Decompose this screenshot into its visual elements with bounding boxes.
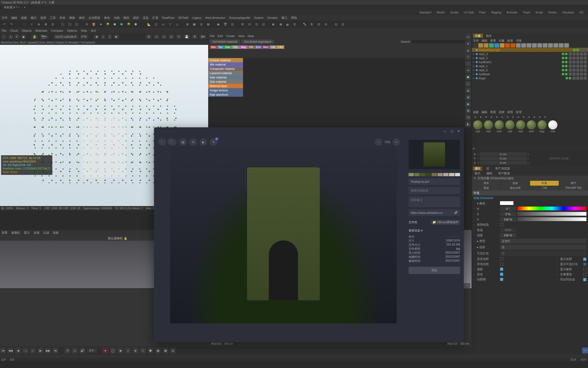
hierarchy-row[interactable]: ▸◆IvyMesh1 (472, 60, 588, 64)
timeline-end-icon[interactable]: ↗ (582, 348, 588, 353)
objmgr-icon[interactable] (543, 43, 547, 48)
objmgr-icon[interactable] (564, 43, 569, 48)
matpanel-menu-item[interactable]: 纹理 (516, 110, 522, 114)
keyframe-dot[interactable]: ○ (473, 268, 475, 271)
matpanel-icon[interactable]: ● (543, 115, 547, 119)
tab-objects[interactable]: 对象 (473, 34, 483, 38)
keyframe-dot[interactable]: ○ (473, 202, 475, 205)
layout-tab[interactable]: OC (577, 11, 587, 14)
submenu-item[interactable]: File (2, 29, 6, 32)
swatch[interactable] (414, 173, 420, 176)
keyframe-dot[interactable]: ○ (473, 228, 475, 232)
viewport-menu-item[interactable]: 查看 (2, 231, 8, 235)
menu-item[interactable]: 工具 (50, 16, 56, 20)
next-frame-icon[interactable]: ▶ (38, 348, 43, 353)
keyopt-1-icon[interactable]: ◇ (125, 348, 131, 353)
matmgr-menu-item[interactable]: Edit (218, 34, 223, 38)
keyframe-dot[interactable]: ○ (473, 263, 475, 266)
close-icon[interactable]: × (18, 6, 20, 9)
keyframe-dot[interactable]: ○ (473, 252, 475, 255)
attr-value[interactable] (500, 257, 553, 261)
mode-icon[interactable]: ✿ (465, 108, 471, 114)
toolbar-icon[interactable]: ⊡ (254, 21, 259, 27)
matpanel-menu-item[interactable]: 选择 (499, 110, 505, 114)
keyopt-2-icon[interactable]: ◈ (133, 348, 138, 353)
attr-subtab[interactable]: 镜头光晕 (501, 186, 530, 190)
minimize-icon[interactable]: — (443, 129, 447, 133)
objmgr-icon[interactable] (537, 43, 542, 48)
fullscreen-icon[interactable]: ⛶ (167, 138, 174, 145)
attr-checkbox[interactable] (583, 263, 586, 266)
matpanel-menu-item[interactable]: 查看 (490, 110, 496, 114)
tool-6-icon[interactable]: ✎0 (210, 138, 217, 146)
asset-filename[interactable]: Testing ivy.pro (409, 178, 460, 185)
toolbar-icon[interactable]: ▽ (167, 21, 173, 27)
autokey-icon[interactable]: ◯ (110, 348, 116, 353)
toolbar-icon[interactable]: ◉ (216, 21, 221, 27)
attr-tab[interactable]: 层 (485, 167, 491, 171)
attr-value[interactable]: 泛光灯 (500, 239, 586, 244)
zoom-out-icon[interactable]: − (375, 138, 382, 146)
material-ball[interactable]: tingz (537, 120, 547, 133)
keyframe-dot[interactable]: ○ (473, 240, 475, 243)
attr-value[interactable] (500, 268, 553, 271)
viewport-menu-item[interactable]: 摄像机 (11, 231, 20, 235)
viewport-menu-item[interactable]: 选项 (34, 231, 39, 235)
object-name[interactable]: repli_0 (479, 68, 561, 72)
layout-tab[interactable]: Track (520, 11, 533, 14)
matmgr-tag[interactable]: Map (240, 45, 247, 49)
keyframe-dot[interactable]: ○ (473, 212, 475, 216)
menu-item[interactable]: 跟踪 (133, 16, 139, 20)
objmgr-icon[interactable] (527, 43, 531, 48)
camera-icon[interactable]: 📷▾ (40, 34, 48, 39)
material-type-item[interactable]: Composite materia (208, 67, 243, 71)
back-icon[interactable]: ‹ (158, 138, 165, 145)
range-end2[interactable]: 72 F (580, 358, 586, 361)
expand-icon[interactable]: ▸ (473, 48, 475, 52)
matmgr-menu-item[interactable]: Create (226, 34, 235, 38)
swatch[interactable] (455, 173, 460, 176)
menu-item[interactable]: 文件 (2, 16, 8, 20)
menu-item[interactable]: Greyscalegorilla (229, 16, 250, 19)
material-type-item[interactable]: Octane material (208, 58, 243, 62)
keyopt-6-icon[interactable]: ▩ (163, 348, 168, 353)
asset-url[interactable]: https://www.artstation.co🔗 (409, 209, 460, 216)
swatch[interactable] (438, 173, 443, 176)
material-ball[interactable]: IvyM (527, 120, 536, 133)
matpanel-icon[interactable]: ● (494, 115, 499, 119)
toolbar-icon[interactable]: 🔧 (302, 21, 307, 27)
toolbar-icon[interactable]: ⬛ (60, 21, 65, 27)
matpanel-icon[interactable]: ● (489, 115, 494, 119)
asset-tags-input[interactable]: 搜索添加标签 (409, 187, 460, 194)
material-ball[interactable]: repli (516, 120, 525, 133)
attr-value[interactable]: 无 (500, 245, 586, 250)
objmgr-icon[interactable] (489, 43, 494, 48)
material-ball[interactable]: IvyM (494, 120, 504, 133)
object-name[interactable]: IvyMesh (479, 73, 561, 76)
layout-tab[interactable]: Nodes (546, 11, 560, 14)
menu-item[interactable]: 动画 (114, 16, 120, 20)
mode-icon[interactable]: ◈ (465, 88, 471, 93)
objmgr-icon[interactable] (484, 43, 488, 48)
submenu-item[interactable]: GUI (91, 29, 96, 32)
play-icon[interactable]: ▷ (2, 34, 6, 39)
attr-checkbox[interactable] (583, 273, 586, 276)
hierarchy-row[interactable]: ▸◆tingzi (472, 76, 588, 80)
hierarchy-row[interactable]: ▸◆repli_3 (472, 52, 588, 56)
matpanel-menu-item[interactable]: 创建 (473, 110, 479, 114)
mode-icon[interactable]: ⬚ (465, 61, 471, 67)
folder-badge[interactable]: 📁 ZBrush屏幕插件 (431, 220, 460, 225)
objmgr-icon[interactable] (478, 43, 483, 48)
mode-icon[interactable]: ▲ (465, 47, 471, 53)
submenu-item[interactable]: Help (81, 29, 87, 32)
goto-start-icon[interactable]: ⏮ (0, 348, 6, 353)
attr-checkbox[interactable] (583, 268, 586, 271)
objmgr-icon[interactable] (516, 43, 521, 48)
object-name[interactable]: tingzi (479, 77, 564, 80)
zoom-in-icon[interactable]: + (392, 138, 400, 146)
toolbar-icon[interactable]: ⊡ (316, 21, 321, 27)
hierarchy-row[interactable]: ▸◆repli_0 (472, 68, 588, 72)
menu-item[interactable]: 编辑 (11, 16, 17, 20)
toolbar-icon[interactable]: ⬛ (67, 21, 72, 27)
matpanel-icon[interactable]: ● (532, 115, 537, 119)
